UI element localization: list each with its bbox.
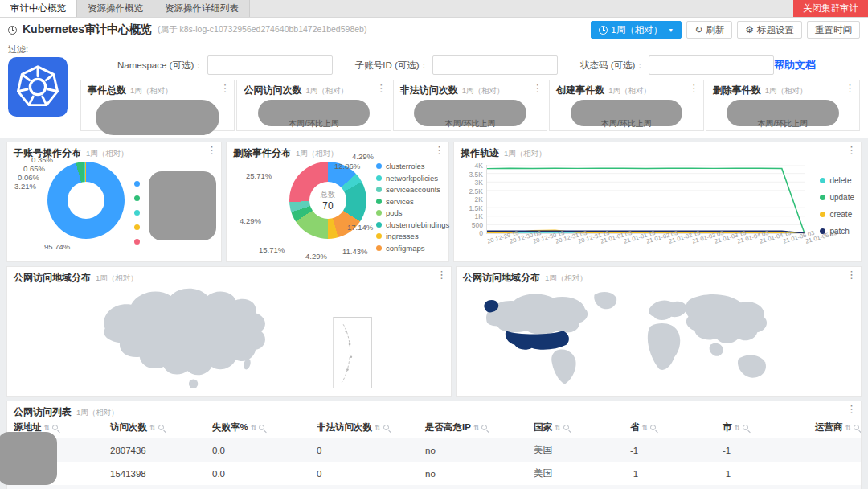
kebab-menu-icon[interactable]: ⋮ — [376, 82, 387, 94]
kebab-menu-icon[interactable]: ⋮ — [845, 82, 855, 94]
table-cell — [809, 485, 861, 489]
search-icon[interactable] — [854, 425, 859, 430]
table-row[interactable]: 28074360.00no美国-1-1 — [7, 438, 861, 462]
sort-icon[interactable]: ⇅ — [375, 424, 381, 432]
search-icon[interactable] — [52, 425, 58, 430]
panel-operation-track: 操作轨迹 1周（相对） ⋮ 4K3.5K3K2.5K2K1.5K1K5000 2… — [453, 142, 862, 262]
table-cell: -1 — [624, 462, 716, 485]
legend-dot — [134, 239, 140, 244]
kebab-menu-icon[interactable]: ⋮ — [207, 144, 217, 156]
legend-dot — [376, 163, 382, 169]
column-header[interactable]: 国家⇅ — [527, 417, 624, 438]
redacted-legend — [149, 171, 216, 240]
panel-world-map: 公网访问地域分布 1周（相对） ⋮ — [456, 266, 862, 397]
sort-icon[interactable]: ⇅ — [251, 424, 257, 432]
table-row[interactable]: 6384150.00no美国-1-1 — [7, 485, 861, 489]
panel-period: 1周（相对） — [96, 273, 138, 284]
column-header[interactable]: 省⇅ — [624, 417, 716, 438]
legend-item[interactable]: ingresses — [376, 232, 449, 240]
search-icon[interactable] — [743, 425, 748, 430]
table-row[interactable]: 15413980.00no美国-1-1 — [7, 462, 861, 485]
tab-1[interactable]: 资源操作概览 — [77, 0, 154, 17]
kebab-menu-icon[interactable]: ⋮ — [434, 144, 444, 156]
subaccount-id-input[interactable] — [432, 55, 558, 75]
status-code-label: 状态码 (可选)： — [580, 60, 645, 72]
sort-icon[interactable]: ⇅ — [735, 424, 741, 432]
refresh-label: 刷新 — [706, 24, 724, 36]
close-cluster-audit-button[interactable]: 关闭集群审计 — [793, 0, 868, 17]
legend-item[interactable]: update — [820, 193, 854, 202]
kebab-menu-icon[interactable]: ⋮ — [436, 269, 447, 281]
table-cell: 1541398 — [104, 462, 206, 485]
sort-icon[interactable]: ⇅ — [845, 424, 852, 432]
table-cell: -1 — [716, 462, 809, 485]
column-header[interactable]: 失败率%⇅ — [206, 417, 310, 438]
legend-label: pods — [386, 208, 403, 217]
top-right: Namespace (可选)： 子账号ID (可选)： 状态码 (可选)： 帮助… — [80, 55, 860, 131]
refresh-button[interactable]: ↻ 刷新 — [686, 21, 732, 39]
legend-dot — [376, 233, 382, 239]
track-plot — [486, 165, 805, 234]
percent-label: 12.86% — [334, 162, 360, 171]
search-icon[interactable] — [383, 425, 389, 430]
table-cell: no — [419, 485, 527, 489]
sort-icon[interactable]: ⇅ — [473, 424, 480, 432]
kebab-menu-icon[interactable]: ⋮ — [219, 82, 230, 94]
legend-item[interactable]: patch — [820, 227, 854, 236]
search-icon[interactable] — [481, 425, 487, 430]
search-icon[interactable] — [650, 425, 656, 430]
search-icon[interactable] — [259, 425, 264, 430]
status-code-input[interactable] — [649, 55, 774, 75]
search-icon[interactable] — [563, 425, 569, 430]
stat-card-period: 1周（相对） — [462, 86, 505, 97]
legend-item[interactable]: delete — [820, 176, 854, 185]
legend-item[interactable]: serviceaccounts — [376, 185, 449, 194]
legend-item[interactable]: networkpolicies — [376, 174, 449, 183]
table-cell — [809, 462, 861, 485]
search-icon[interactable] — [158, 425, 164, 430]
column-header[interactable]: 访问次数⇅ — [104, 417, 206, 438]
tab-bar: 审计中心概览资源操作概览资源操作详细列表 关闭集群审计 — [0, 0, 868, 18]
legend-label: create — [829, 210, 852, 219]
help-doc-link[interactable]: 帮助文档 — [774, 58, 816, 72]
kebab-menu-icon[interactable]: ⋮ — [846, 403, 857, 415]
sort-icon[interactable]: ⇅ — [44, 424, 51, 432]
sort-icon[interactable]: ⇅ — [555, 424, 561, 432]
kebab-menu-icon[interactable]: ⋮ — [846, 269, 857, 281]
tab-list: 审计中心概览资源操作概览资源操作详细列表 — [0, 0, 250, 17]
percent-label: 0.06% — [18, 173, 39, 182]
kebab-menu-icon[interactable]: ⋮ — [532, 82, 542, 94]
legend-item[interactable]: create — [820, 210, 854, 219]
stat-card-1: 公网访问次数1周（相对）⋮本周/环比上周 — [236, 80, 391, 131]
title-settings-button[interactable]: ⚙ 标题设置 — [737, 21, 802, 39]
time-range-button[interactable]: 1周（相对） ▼ — [591, 21, 682, 39]
kebab-menu-icon[interactable]: ⋮ — [846, 144, 857, 156]
legend-dot — [376, 245, 382, 251]
table-cell: -1 — [624, 485, 716, 489]
column-header[interactable]: 市⇅ — [716, 417, 809, 438]
reset-time-button[interactable]: 重置时间 — [807, 21, 860, 39]
column-header[interactable]: 运营商⇅ — [809, 417, 861, 438]
legend-item[interactable]: configmaps — [376, 244, 449, 253]
legend-item[interactable]: pods — [376, 208, 449, 217]
legend-item[interactable]: clusterrolebindings — [376, 220, 449, 229]
table-cell: 0.0 — [206, 462, 310, 485]
sort-icon[interactable]: ⇅ — [642, 424, 649, 432]
public-access-table: 源地址⇅访问次数⇅失败率%⇅非法访问次数⇅是否高危IP⇅国家⇅省⇅市⇅运营商⇅ … — [7, 417, 861, 489]
sort-icon[interactable]: ⇅ — [149, 424, 156, 432]
kebab-menu-icon[interactable]: ⋮ — [689, 82, 699, 94]
percent-label: 4.29% — [240, 216, 261, 225]
tab-0[interactable]: 审计中心概览 — [0, 0, 77, 17]
table-cell — [809, 438, 861, 462]
table-cell: 美国 — [527, 438, 624, 462]
legend-dot — [820, 178, 825, 183]
legend-item[interactable]: clusterroles — [376, 162, 449, 171]
tab-2[interactable]: 资源操作详细列表 — [154, 0, 250, 17]
column-label: 访问次数 — [110, 422, 147, 432]
column-header[interactable]: 非法访问次数⇅ — [310, 417, 419, 438]
legend-item[interactable]: services — [376, 197, 449, 206]
column-header[interactable]: 是否高危IP⇅ — [419, 417, 527, 438]
namespace-input[interactable] — [207, 55, 333, 75]
dashboard-header: Kubernetes审计中心概览 (属于 k8s-log-c10732956ed… — [0, 18, 868, 42]
subaccount-donut-chart[interactable] — [47, 162, 125, 239]
